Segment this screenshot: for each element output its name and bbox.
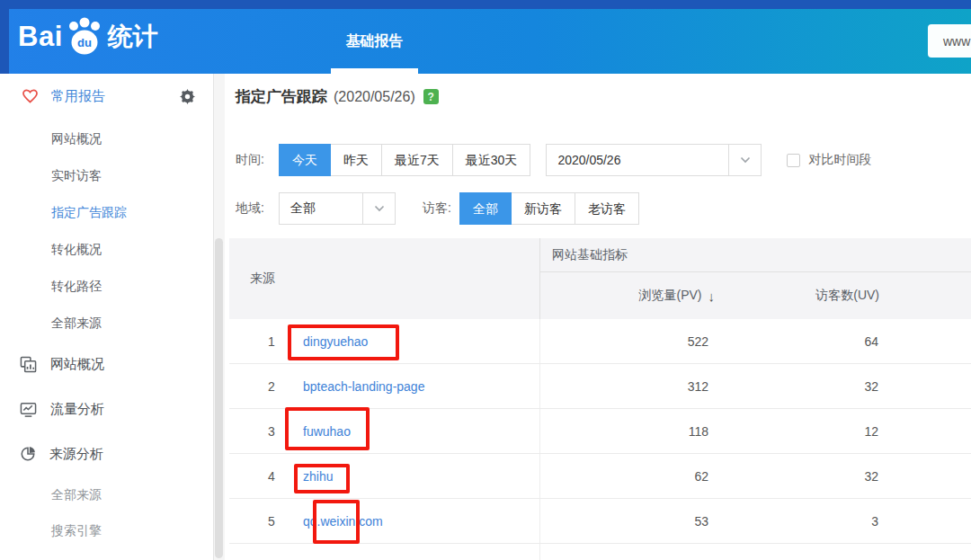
sidebar-section-traffic-analysis[interactable]: 流量分析 — [0, 387, 213, 431]
empty-header-cell — [887, 272, 971, 319]
time-option-last30days[interactable]: 最近30天 — [452, 144, 531, 176]
report-icon — [20, 356, 37, 373]
table-row: 4zhihu6232 — [229, 454, 971, 499]
metrics-header-area: 网站基础指标 浏览量(PV) ↓ 访客数(UV) — [539, 238, 971, 319]
time-filter-group: 今天 昨天 最近7天 最近30天 — [279, 144, 530, 176]
source-link[interactable]: fuwuhao — [303, 424, 351, 439]
uv-value: 32 — [716, 454, 886, 498]
pv-value: 312 — [539, 364, 716, 408]
empty-cell — [886, 499, 971, 543]
tab-basic-report-label: 基础报告 — [346, 32, 404, 51]
logo-text-bai: Bai — [18, 21, 63, 53]
sidebar-item-conversion-overview[interactable]: 转化概况 — [0, 231, 213, 268]
sidebar-section-label: 来源分析 — [49, 446, 103, 463]
uv-value: 32 — [716, 364, 886, 408]
site-selector-value: www — [943, 34, 970, 49]
empty-cell — [886, 364, 971, 408]
sidebar-favorites-list: 网站概况 实时访客 指定广告跟踪 转化概况 转化路径 全部来源 — [0, 120, 213, 342]
sources-table: 来源 网站基础指标 浏览量(PV) ↓ 访客数(UV) 1dingyuehao5… — [229, 238, 971, 560]
pv-value: 62 — [539, 454, 716, 498]
chevron-down-icon[interactable] — [362, 193, 395, 224]
sidebar-favorites-label[interactable]: 常用报告 — [51, 88, 105, 105]
region-select[interactable]: 全部 — [279, 192, 396, 225]
sidebar-item-realtime-visitors[interactable]: 实时访客 — [0, 157, 213, 194]
uv-column-header[interactable]: 访客数(UV) — [717, 272, 887, 319]
sidebar-item-search-engine[interactable]: 搜索引擎 — [0, 512, 213, 548]
region-filter-label: 地域: — [236, 200, 279, 217]
logo-text-du: du — [77, 36, 92, 49]
sidebar-section-label: 流量分析 — [50, 401, 104, 418]
source-column-header: 来源 — [229, 238, 539, 319]
row-rank: 1 — [265, 334, 278, 349]
sidebar-section-label: 网站概况 — [50, 356, 104, 373]
uv-value: 3 — [716, 499, 886, 543]
window-frame-left — [0, 0, 9, 74]
sidebar-scrollbar-thumb[interactable] — [215, 238, 223, 558]
sidebar-item-specified-ad-tracking[interactable]: 指定广告跟踪 — [0, 194, 213, 231]
sort-desc-icon: ↓ — [708, 289, 716, 304]
sidebar-section-source-analysis[interactable]: 来源分析 — [0, 431, 213, 476]
sidebar-item-all-sources-2[interactable]: 全部来源 — [0, 476, 213, 512]
page-title-row: 指定广告跟踪 (2020/05/26) ? — [236, 86, 439, 107]
region-visitor-filter-row: 地域: 全部 访客: 全部 新访客 老访客 — [236, 192, 639, 225]
time-option-today[interactable]: 今天 — [279, 144, 331, 176]
main-content: 指定广告跟踪 (2020/05/26) ? 时间: 今天 昨天 最近7天 最近3… — [225, 74, 971, 560]
source-link[interactable]: zhihu — [303, 469, 333, 484]
pie-icon — [20, 446, 36, 462]
sidebar-scrollbar-track — [214, 74, 225, 560]
source-link[interactable]: bpteach-landing-page — [303, 379, 424, 394]
source-link[interactable]: qq.weixin.com — [303, 514, 383, 529]
uv-value: 64 — [716, 319, 886, 363]
chevron-down-icon[interactable] — [728, 145, 761, 175]
row-rank: 5 — [265, 514, 278, 529]
page-title-date: (2020/05/26) — [334, 89, 415, 105]
sidebar-item-site-overview[interactable]: 网站概况 — [0, 120, 213, 157]
sidebar-item-all-sources[interactable]: 全部来源 — [0, 305, 213, 342]
empty-cell — [886, 409, 971, 453]
time-option-last7days[interactable]: 最近7天 — [381, 144, 453, 176]
time-filter-row: 时间: 今天 昨天 最近7天 最近30天 2020/05/26 对比时间段 — [236, 144, 871, 176]
site-selector[interactable]: www — [928, 24, 971, 58]
metrics-subheader-row: 浏览量(PV) ↓ 访客数(UV) — [540, 272, 971, 319]
visitor-option-new[interactable]: 新访客 — [511, 192, 575, 225]
heart-icon[interactable] — [22, 88, 39, 104]
metrics-group-header: 网站基础指标 — [540, 238, 971, 272]
sidebar-favorites-header: 常用报告 — [0, 83, 213, 110]
visitor-option-all[interactable]: 全部 — [459, 192, 512, 225]
sidebar-section-site-overview[interactable]: 网站概况 — [0, 342, 213, 387]
help-icon[interactable]: ? — [423, 89, 439, 104]
page-title: 指定广告跟踪 — [236, 86, 327, 107]
baidu-tongji-logo[interactable]: Bai du 统计 — [18, 16, 158, 58]
compare-period-label: 对比时间段 — [808, 152, 871, 168]
logo-text-tongji: 统计 — [108, 20, 158, 54]
app-window: Bai du 统计 基础报告 www — [0, 0, 971, 560]
monitor-icon — [20, 401, 37, 418]
table-header: 来源 网站基础指标 浏览量(PV) ↓ 访客数(UV) — [229, 238, 971, 319]
compare-period-checkbox[interactable] — [787, 154, 800, 167]
gear-icon[interactable] — [180, 89, 195, 104]
empty-cell — [886, 319, 971, 363]
date-picker[interactable]: 2020/05/26 — [546, 144, 762, 176]
empty-cell — [886, 454, 971, 498]
table-row: 3fuwuhao11812 — [229, 409, 971, 454]
table-row: 5qq.weixin.com533 — [229, 499, 971, 544]
baidu-paw-icon: du — [65, 16, 104, 58]
time-option-yesterday[interactable]: 昨天 — [330, 144, 382, 176]
date-picker-value: 2020/05/26 — [547, 153, 728, 167]
visitor-option-returning[interactable]: 老访客 — [575, 192, 639, 225]
app-header: Bai du 统计 基础报告 www — [0, 0, 971, 74]
pv-value: 118 — [539, 409, 716, 453]
visitor-filter-group: 全部 新访客 老访客 — [459, 192, 639, 225]
pv-column-header[interactable]: 浏览量(PV) ↓ — [540, 272, 717, 319]
pv-header-label: 浏览量(PV) — [639, 288, 702, 304]
sidebar-item-conversion-path[interactable]: 转化路径 — [0, 268, 213, 305]
tab-basic-report[interactable]: 基础报告 — [331, 9, 418, 74]
pv-value: 53 — [539, 499, 716, 543]
visitor-filter-label: 访客: — [423, 200, 451, 217]
uv-value: 12 — [716, 409, 886, 453]
sidebar: 常用报告 网站概况 实时访客 指定广告跟踪 转化概况 转化路径 全部来源 — [0, 74, 214, 560]
table-row: 2bpteach-landing-page31232 — [229, 364, 971, 409]
row-rank: 3 — [265, 424, 278, 439]
source-link[interactable]: dingyuehao — [303, 334, 368, 349]
table-row-partial — [229, 544, 971, 560]
